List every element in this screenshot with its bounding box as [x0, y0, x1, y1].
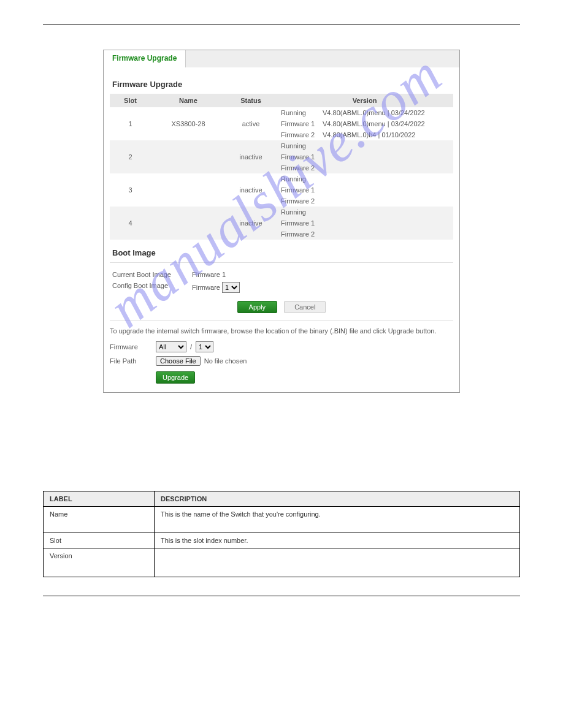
- cell-slot: 3: [110, 173, 151, 207]
- config-boot-image-select[interactable]: 1: [222, 282, 240, 293]
- tab-firmware-upgrade[interactable]: Firmware Upgrade: [104, 50, 186, 67]
- desc-row: Name This is the name of the Switch that…: [44, 507, 520, 533]
- upgrade-button[interactable]: Upgrade: [156, 371, 195, 384]
- col-slot: Slot: [110, 94, 151, 107]
- cell-status: inactive: [226, 173, 276, 207]
- cell-version: Firmware 2: [276, 195, 453, 207]
- cell-slot: 1: [110, 107, 151, 140]
- description-table: LABEL DESCRIPTION Name This is the name …: [43, 491, 520, 577]
- config-boot-image-label: Config Boot Image: [112, 282, 192, 293]
- cell-name: [151, 173, 226, 207]
- table-row: 3inactiveRunning: [110, 173, 453, 184]
- cell-version: Running: [276, 140, 453, 151]
- cell-name: [151, 207, 226, 240]
- cell-version: Running: [276, 207, 453, 218]
- cell-version: Firmware 2: [276, 162, 453, 173]
- desc-row: Slot This is the slot index number.: [44, 533, 520, 548]
- cell-status: inactive: [226, 140, 276, 173]
- firmware-table: Slot Name Status Version 1XS3800-28activ…: [110, 94, 453, 240]
- cell-status: inactive: [226, 207, 276, 240]
- col-name: Name: [151, 94, 226, 107]
- table-row: 1XS3800-28activeRunningV4.80(ABML.0)menu…: [110, 107, 453, 118]
- config-boot-image-prefix: Firmware: [192, 284, 220, 291]
- cell-version: Firmware 2V4.80(ABML.0)b4 | 01/10/2022: [276, 129, 453, 140]
- cell-version: RunningV4.80(ABML.0)menu | 03/24/2022: [276, 107, 453, 118]
- file-path-label: File Path: [110, 357, 156, 365]
- cell-version: Firmware 1: [276, 218, 453, 229]
- upgrade-note: To upgrade the internal switch firmware,…: [110, 327, 453, 335]
- firmware-slash: /: [190, 343, 192, 351]
- cell-name: XS3800-28: [151, 107, 226, 140]
- current-boot-image-value: Firmware 1: [192, 271, 226, 278]
- cell-slot: 4: [110, 207, 151, 240]
- firmware-upgrade-panel: Firmware Upgrade Firmware Upgrade Slot N…: [103, 50, 460, 393]
- firmware-index-select[interactable]: 1: [196, 341, 213, 352]
- section-title-boot-image: Boot Image: [112, 248, 453, 257]
- cell-slot: 2: [110, 140, 151, 173]
- current-boot-image-label: Current Boot Image: [112, 271, 192, 278]
- desc-col-label: LABEL: [44, 491, 155, 507]
- tab-bar: Firmware Upgrade: [104, 50, 459, 67]
- cell-name: [151, 140, 226, 173]
- cell-version: Running: [276, 173, 453, 184]
- no-file-chosen-text: No file chosen: [204, 357, 247, 365]
- cell-version: Firmware 2: [276, 229, 453, 240]
- desc-col-description: DESCRIPTION: [155, 491, 520, 507]
- cell-status: active: [226, 107, 276, 140]
- col-version: Version: [276, 94, 453, 107]
- choose-file-button[interactable]: Choose File: [156, 356, 201, 366]
- col-status: Status: [226, 94, 276, 107]
- cell-version: Firmware 1: [276, 151, 453, 162]
- cancel-button[interactable]: Cancel: [284, 301, 326, 313]
- cell-version: Firmware 1V4.80(ABML.0)menu | 03/24/2022: [276, 118, 453, 129]
- apply-button[interactable]: Apply: [237, 301, 278, 313]
- cell-version: Firmware 1: [276, 184, 453, 195]
- firmware-target-select[interactable]: All: [156, 341, 186, 352]
- table-row: 2inactiveRunning: [110, 140, 453, 151]
- table-row: 4inactiveRunning: [110, 207, 453, 218]
- firmware-select-label: Firmware: [110, 343, 156, 351]
- section-title-firmware-upgrade: Firmware Upgrade: [112, 80, 453, 89]
- desc-row: Version: [44, 548, 520, 577]
